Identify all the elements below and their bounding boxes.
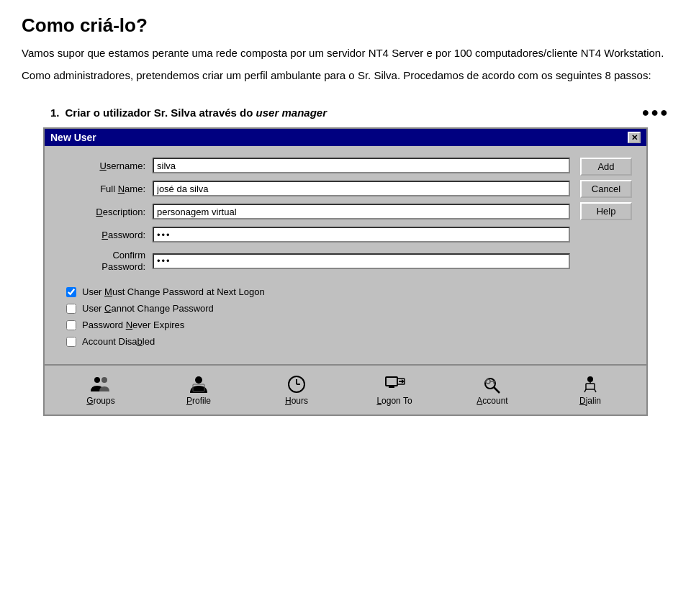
new-user-dialog: New User ✕ Username: Full Name: bbox=[43, 127, 648, 416]
svg-line-20 bbox=[595, 389, 596, 392]
confirm-password-input[interactable] bbox=[153, 253, 570, 269]
logon-icon bbox=[383, 374, 406, 394]
hours-label: Hours bbox=[285, 396, 308, 406]
description-input[interactable] bbox=[153, 204, 570, 219]
checkbox-label-4: Account Disabled bbox=[82, 336, 155, 347]
dialog-title: New User bbox=[50, 132, 96, 143]
username-row: Username: bbox=[59, 158, 570, 173]
confirm-password-row: Confirm Password: bbox=[59, 250, 570, 272]
password-row: Password: bbox=[59, 227, 570, 243]
ellipsis-dots: ●●● bbox=[641, 105, 669, 120]
checkbox-label-1: User Must Change Password at Next Logon bbox=[82, 286, 265, 297]
svg-point-1 bbox=[101, 377, 107, 383]
hours-icon bbox=[285, 374, 308, 394]
username-input[interactable] bbox=[153, 158, 570, 173]
profile-button[interactable]: Profile bbox=[150, 371, 248, 409]
step-title-italic: user manager bbox=[256, 107, 327, 119]
svg-rect-8 bbox=[389, 386, 394, 388]
checkbox-section: User Must Change Password at Next Logon … bbox=[66, 286, 632, 347]
cancel-button[interactable]: Cancel bbox=[580, 180, 632, 198]
username-label: Username: bbox=[59, 160, 153, 171]
djalin-button[interactable]: Djalin bbox=[541, 371, 639, 409]
fullname-row: Full Name: bbox=[59, 181, 570, 196]
checkbox-row-1: User Must Change Password at Next Logon bbox=[66, 286, 632, 297]
step-header: 1. Criar o utilizador Sr. Silva através … bbox=[50, 105, 669, 120]
svg-point-0 bbox=[94, 377, 100, 383]
djalin-icon bbox=[579, 374, 602, 394]
svg-line-13 bbox=[494, 387, 500, 393]
checkbox-label-3: Password Never Expires bbox=[82, 320, 184, 330]
djalin-label: Djalin bbox=[579, 396, 601, 406]
logon-to-button[interactable]: Logon To bbox=[346, 371, 443, 409]
groups-icon bbox=[89, 374, 112, 394]
form-and-buttons: Username: Full Name: Description: bbox=[59, 158, 632, 279]
close-button[interactable]: ✕ bbox=[628, 132, 641, 143]
intro-paragraph-1: Vamos supor que estamos perante uma rede… bbox=[22, 45, 669, 62]
svg-point-2 bbox=[195, 376, 202, 384]
profile-icon bbox=[187, 374, 210, 394]
checkbox-row-3: Password Never Expires bbox=[66, 320, 632, 330]
action-buttons: Add Cancel Help bbox=[580, 158, 632, 220]
groups-button[interactable]: Groups bbox=[52, 371, 150, 409]
account-label: Account bbox=[477, 396, 507, 406]
fullname-label: Full Name: bbox=[59, 184, 153, 194]
checkbox-row-2: User Cannot Change Password bbox=[66, 303, 632, 314]
fullname-input[interactable] bbox=[153, 181, 570, 196]
checkbox-row-4: Account Disabled bbox=[66, 336, 632, 347]
svg-point-14 bbox=[486, 379, 490, 384]
account-button[interactable]: Account bbox=[443, 371, 541, 409]
step-title-plain: Criar o utilizador Sr. Silva através do bbox=[66, 107, 256, 119]
password-input[interactable] bbox=[153, 227, 570, 243]
intro-paragraph-2: Como administradores, pretendemos criar … bbox=[22, 68, 669, 84]
groups-label: Groups bbox=[86, 396, 114, 406]
help-button[interactable]: Help bbox=[580, 202, 632, 220]
page-title: Como criá-lo? bbox=[22, 14, 669, 37]
add-button[interactable]: Add bbox=[580, 158, 632, 176]
checkbox-label-2: User Cannot Change Password bbox=[82, 303, 214, 314]
checkbox-password-never-expires[interactable] bbox=[66, 320, 76, 330]
description-label: Description: bbox=[59, 207, 153, 217]
profile-label: Profile bbox=[186, 396, 211, 406]
form-fields: Username: Full Name: Description: bbox=[59, 158, 570, 279]
logon-to-label: Logon To bbox=[376, 396, 412, 406]
hours-button[interactable]: Hours bbox=[248, 371, 346, 409]
svg-point-17 bbox=[587, 376, 593, 382]
dialog-toolbar: Groups Profile bbox=[45, 364, 646, 415]
password-label: Password: bbox=[59, 230, 153, 240]
svg-rect-18 bbox=[586, 384, 595, 389]
checkbox-account-disabled[interactable] bbox=[66, 337, 76, 347]
step-title: Criar o utilizador Sr. Silva através do … bbox=[66, 107, 327, 119]
step-number: 1. bbox=[50, 107, 60, 119]
checkbox-cannot-change-password[interactable] bbox=[66, 304, 76, 314]
account-icon bbox=[481, 374, 504, 394]
dialog-titlebar: New User ✕ bbox=[45, 129, 646, 146]
dialog-body: Username: Full Name: Description: bbox=[45, 146, 646, 364]
description-row: Description: bbox=[59, 204, 570, 219]
confirm-password-label: Confirm Password: bbox=[59, 250, 153, 272]
svg-line-19 bbox=[584, 389, 586, 392]
checkbox-must-change-password[interactable] bbox=[66, 287, 76, 297]
svg-rect-7 bbox=[386, 377, 397, 386]
